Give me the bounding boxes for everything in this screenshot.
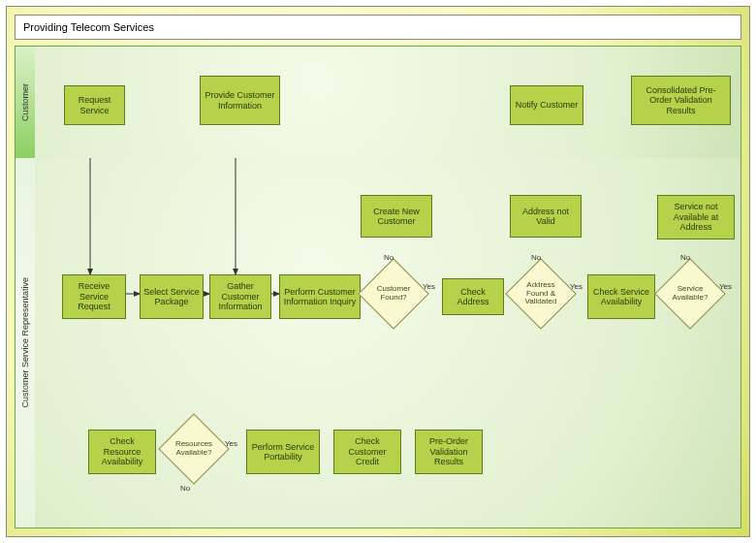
task-gather-info: Gather Customer Information: [209, 274, 271, 319]
gateway-service-available: Service Available?: [665, 269, 715, 319]
task-consolidated-results: Consolidated Pre-Order Validation Result…: [631, 76, 731, 125]
task-check-address: Check Address: [442, 278, 504, 315]
lane-label: Customer Service Representative: [20, 277, 30, 408]
lane-customer: Request Service Provide Customer Informa…: [35, 47, 740, 159]
lane-csr: Receive Service Request Select Service P…: [35, 158, 740, 527]
label-yes: Yes: [423, 282, 435, 291]
task-receive-request: Receive Service Request: [62, 274, 126, 319]
diagram-title: Providing Telecom Services: [15, 15, 741, 40]
task-check-credit: Check Customer Credit: [333, 430, 401, 474]
task-select-package: Select Service Package: [140, 274, 204, 319]
task-address-not-valid: Address not Valid: [510, 195, 582, 238]
task-preorder-results: Pre-Order Validation Results: [415, 430, 483, 474]
lane-header-csr: Customer Service Representative: [16, 158, 36, 527]
label-yes: Yes: [719, 282, 732, 291]
task-service-not-available: Service not Available at Address: [657, 195, 735, 240]
label-yes: Yes: [225, 439, 237, 448]
label-no: No: [384, 253, 394, 262]
label-no: No: [680, 253, 690, 262]
task-perform-portability: Perform Service Portability: [246, 430, 320, 474]
task-notify-customer: Notify Customer: [510, 85, 583, 125]
lane-label: Customer: [20, 83, 30, 121]
task-check-resource: Check Resource Availability: [88, 430, 156, 474]
gateway-resources-available: Resources Available?: [169, 424, 219, 474]
lane-header-customer: Customer: [16, 47, 36, 158]
label-yes: Yes: [570, 282, 583, 291]
task-perform-inquiry: Perform Customer Information Inquiry: [279, 274, 361, 319]
task-provide-info: Provide Customer Information: [200, 76, 280, 125]
task-create-customer: Create New Customer: [361, 195, 432, 238]
label-no: No: [180, 484, 190, 493]
label-no: No: [531, 253, 541, 262]
gateway-address-found: Address Found & Validated: [516, 269, 566, 319]
task-request-service: Request Service: [64, 85, 125, 125]
task-check-service-avail: Check Service Availability: [587, 274, 655, 319]
diagram-frame: Providing Telecom Services Customer Cust…: [6, 6, 750, 537]
pool: Customer Customer Service Representative…: [15, 46, 741, 528]
gateway-customer-found: Customer Found?: [368, 269, 419, 319]
